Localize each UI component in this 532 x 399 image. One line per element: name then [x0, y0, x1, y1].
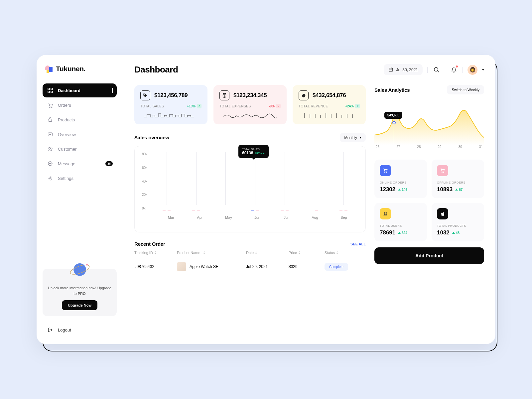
svg-point-21: [223, 93, 224, 94]
caret-down-icon[interactable]: ▾: [482, 67, 484, 72]
brand-logo[interactable]: Tukunen.: [43, 65, 117, 73]
mini-delta: 67: [455, 188, 463, 192]
mini-delta: 324: [398, 231, 407, 235]
sort-icon: ▴▾: [155, 251, 156, 254]
search-button[interactable]: [432, 66, 440, 74]
sidebar-item-orders[interactable]: Orders: [43, 98, 117, 112]
avatar[interactable]: 🧔: [467, 65, 477, 75]
sidebar-item-label: Overview: [58, 132, 76, 137]
logout-label: Logout: [58, 328, 71, 332]
chart-icon: [47, 131, 53, 137]
sidebar-item-settings[interactable]: Settings: [43, 171, 117, 185]
trend-down-icon: ↘: [276, 104, 281, 108]
sidebar-item-products[interactable]: Products: [43, 113, 117, 127]
stat-card-sales: $123,456,789 TOTAL SALES +18%↗: [134, 85, 207, 124]
mini-delta: 146: [398, 188, 407, 192]
mini-card-online-orders: ONLINE ORDERS 12302146: [374, 160, 427, 198]
trend-up-icon: ↗: [197, 104, 201, 108]
bell-icon: [451, 67, 457, 73]
table-header: Tracking ID▴▾ Product Name▴▾ Date▴▾ Pric…: [134, 247, 366, 259]
table-row[interactable]: #98765432 Apple Watch SE Jul 29, 2021 $3…: [134, 259, 366, 275]
chart-tooltip: TOTAL SALES 60138+36% ▲: [238, 145, 269, 158]
mini-delta: 48: [452, 231, 460, 235]
sales-analytics-chart: $49,600 262728293031: [374, 98, 484, 152]
sidebar-item-customer[interactable]: Customer: [43, 142, 117, 156]
logout-button[interactable]: Logout: [43, 324, 117, 336]
col-date[interactable]: Date▴▾: [246, 251, 286, 255]
mini-card-offline-orders: OFFLINE ORDERS 1089367: [432, 160, 484, 198]
stat-delta: +24%↗: [345, 104, 360, 108]
y-axis: 80k 60k 40k 20k 0k: [142, 152, 152, 215]
planet-icon: [69, 259, 91, 279]
sales-overview-chart: TOTAL SALES 60138+36% ▲ 80k 60k 40k 20k …: [134, 146, 366, 232]
sidebar-item-dashboard[interactable]: Dashboard: [43, 83, 117, 97]
period-selector[interactable]: Monthly▾: [340, 133, 366, 142]
calendar-icon: [388, 67, 393, 72]
x-axis: MarAprMayJunJulAugSep: [142, 215, 358, 219]
svg-rect-3: [51, 91, 53, 93]
add-product-button[interactable]: Add Product: [374, 247, 484, 264]
logout-icon: [47, 327, 53, 333]
stat-delta: -9%↘: [269, 104, 281, 108]
col-price[interactable]: Price▴▾: [289, 251, 322, 255]
stat-value: $123,456,789: [154, 92, 188, 99]
page-title: Dashboard: [134, 65, 178, 75]
col-product[interactable]: Product Name▴▾: [177, 251, 243, 255]
sidebar-item-label: Dashboard: [58, 88, 80, 93]
sort-icon: ▴▾: [299, 251, 300, 254]
mini-label: OFFLINE ORDERS: [437, 181, 479, 184]
mini-value: 10893: [437, 186, 453, 193]
mini-label: TOTAL PRODUCTS: [437, 224, 479, 227]
upgrade-button[interactable]: Upgrade Now: [62, 300, 97, 310]
upgrade-card: Unlock more information now! Upgrade to …: [43, 269, 117, 316]
cart-icon: [437, 165, 448, 176]
sidebar-item-label: Settings: [58, 176, 73, 181]
stat-card-expenses: $ $123,234,345 TOTAL EXPENSES -9%↘: [213, 85, 287, 124]
recent-title: Recent Order: [134, 241, 165, 247]
stat-card-revenue: $432,654,876 TOTAL REVENUE +24%↗: [293, 85, 366, 124]
col-status[interactable]: Status▴▾: [325, 251, 358, 255]
overview-title: Sales overview: [134, 135, 169, 140]
sort-icon: ▴▾: [336, 251, 338, 254]
see-all-link[interactable]: SEE ALL: [350, 242, 366, 246]
mini-card-total-products: TOTAL PRODUCTS 103248: [432, 203, 484, 241]
stat-value: $123,234,345: [233, 92, 267, 99]
svg-point-24: [384, 172, 385, 173]
upgrade-text: Unlock more information now! Upgrade to …: [48, 285, 111, 296]
sidebar-item-message[interactable]: Message 38: [43, 157, 117, 171]
bag-icon: [47, 117, 53, 123]
notifications-button[interactable]: [450, 66, 458, 74]
svg-point-19: [144, 94, 145, 95]
bag-icon: [437, 208, 448, 219]
svg-point-10: [49, 163, 50, 164]
search-icon: [433, 66, 440, 73]
sidebar-item-label: Message: [58, 161, 75, 166]
cell-tracking: #98765432: [134, 264, 174, 269]
svg-point-13: [50, 178, 51, 179]
date-picker[interactable]: Jul 30, 2021: [384, 64, 423, 75]
revenue-icon: [299, 90, 309, 100]
svg-rect-17: [389, 68, 393, 71]
sidebar-item-overview[interactable]: Overview: [43, 127, 117, 141]
switch-period[interactable]: Switch to Weekly: [447, 85, 484, 94]
mini-value: 78691: [380, 229, 395, 236]
svg-point-29: [385, 212, 387, 214]
sidebar-item-label: Products: [58, 117, 75, 122]
stat-label: TOTAL REVENUE: [299, 104, 328, 108]
svg-point-25: [386, 172, 387, 173]
svg-point-27: [443, 172, 444, 173]
sidebar-item-label: Orders: [58, 103, 71, 108]
date-value: Jul 30, 2021: [396, 67, 418, 72]
stat-label: TOTAL SALES: [140, 104, 164, 108]
svg-point-26: [442, 172, 442, 173]
sparkline: [140, 111, 201, 120]
grid-icon: [47, 87, 53, 93]
moneybag-icon: $: [219, 90, 229, 100]
tag-icon: [140, 90, 150, 100]
gear-icon: [47, 175, 53, 181]
col-tracking[interactable]: Tracking ID▴▾: [134, 251, 174, 255]
analytics-tooltip: $49,600: [384, 112, 402, 119]
users-icon: [380, 208, 391, 219]
cart-icon: [47, 102, 53, 108]
trend-up-icon: ↗: [355, 104, 360, 108]
